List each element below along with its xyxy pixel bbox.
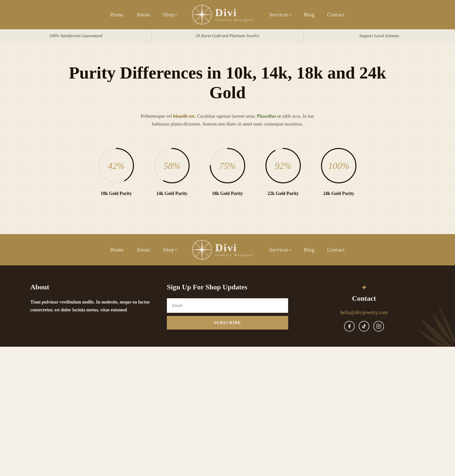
instagram-icon[interactable] [373, 321, 384, 332]
nav-right: Services ▾ Blog Contact [269, 12, 345, 18]
nav-home[interactable]: Home [110, 12, 124, 18]
nav-contact[interactable]: Contact [327, 12, 345, 18]
nav-left: Home About Shop ▾ [110, 12, 177, 18]
email-input[interactable] [167, 298, 288, 313]
svg-point-34 [201, 248, 203, 251]
circle-10k-svg: 42% [96, 145, 136, 186]
services-dropdown-icon: ▾ [290, 13, 291, 17]
page-title: Purity Differences in 10k, 14k, 18k and … [51, 63, 404, 102]
footer-nav-services[interactable]: Services ▾ [269, 247, 291, 253]
sparkle-icon: ✦ [303, 283, 425, 292]
nav-services-link[interactable]: Services [269, 12, 289, 18]
tiktok-icon[interactable] [359, 321, 369, 332]
svg-text:75%: 75% [219, 161, 236, 171]
circle-22k: 92% 22k Gold Parity [263, 145, 303, 196]
banner-item-1: 100% Satisfaction Guaranteed [0, 29, 152, 42]
svg-text:100%: 100% [328, 161, 349, 171]
banner-item-3: Support Local Artisans [304, 29, 455, 42]
subscribe-button[interactable]: Subscribe [167, 316, 288, 330]
main-description: Pellentesque vel blandit est. Curabitur … [133, 112, 322, 128]
logo-text: Divi Jewelry Designer [215, 7, 254, 22]
circle-18k: 75% 18k Gold Parity [207, 145, 248, 196]
banner-strip: 100% Satisfaction Guaranteed 24 Karat Go… [0, 29, 455, 43]
footer-logo-star-icon [192, 240, 212, 260]
highlight-phasellus: Phasellus [257, 113, 276, 119]
banner-item-2: 24 Karat Gold and Platinum Jewelry [152, 29, 303, 42]
footer-services-dropdown-icon: ▾ [290, 248, 291, 252]
nav-shop-link[interactable]: Shop [163, 12, 174, 18]
footer-logo-tagline: Jewelry Designer [215, 253, 254, 257]
footer-about-title: About [30, 283, 152, 291]
logo-star-icon [192, 5, 212, 25]
palm-decoration-icon [404, 296, 455, 347]
footer-signup-title: Sign Up For Shop Updates [167, 283, 288, 291]
circle-22k-svg: 92% [263, 145, 303, 186]
circle-24k-svg: 100% [318, 145, 359, 186]
circle-10k-label: 10k Gold Parity [101, 191, 132, 196]
footer-nav-shop-link[interactable]: Shop [163, 247, 174, 253]
svg-text:42%: 42% [108, 161, 125, 171]
logo-brand-name: Divi [215, 7, 254, 18]
nav-shop[interactable]: Shop ▾ [163, 12, 177, 18]
svg-text:58%: 58% [164, 161, 180, 171]
circle-24k-label: 24k Gold Parity [323, 191, 354, 196]
circle-14k-label: 14k Gold Parity [156, 191, 187, 196]
shop-dropdown-icon: ▾ [175, 13, 177, 17]
footer-nav-left: Home About Shop ▾ [110, 247, 177, 253]
highlight-blandit: blandit est [173, 113, 195, 119]
footer-nav-home[interactable]: Home [110, 247, 124, 253]
footer-shop-dropdown-icon: ▾ [175, 248, 177, 252]
circle-24k: 100% 24k Gold Parity [318, 145, 359, 196]
logo[interactable]: Divi Jewelry Designer [192, 5, 254, 25]
circle-10k: 42% 10k Gold Parity [96, 145, 136, 196]
footer-about-section: About Tiam pulvinar vestibulum mollis. I… [30, 283, 152, 332]
footer-signup-section: Sign Up For Shop Updates Subscribe [167, 283, 288, 332]
gold-purity-circles: 42% 10k Gold Parity 58% 14k Gold Parity … [51, 145, 404, 196]
circle-18k-label: 18k Gold Parity [212, 191, 243, 196]
svg-text:92%: 92% [275, 161, 291, 171]
circle-14k-svg: 58% [152, 145, 192, 186]
nav-about[interactable]: About [136, 12, 150, 18]
facebook-icon[interactable] [344, 321, 355, 332]
footer-about-bold-text: Tiam pulvinar vestibulum mollis. In mole… [30, 299, 150, 312]
footer-nav: Home About Shop ▾ Divi Jewelry Designer … [0, 234, 455, 265]
footer-about-text: Tiam pulvinar vestibulum mollis. In mole… [30, 298, 152, 314]
footer-nav-services-link[interactable]: Services [269, 247, 289, 253]
footer-dark: About Tiam pulvinar vestibulum mollis. I… [0, 265, 455, 347]
footer-nav-shop[interactable]: Shop ▾ [163, 247, 177, 253]
circle-22k-label: 22k Gold Parity [267, 191, 299, 196]
footer-logo[interactable]: Divi Jewelry Designer [192, 240, 254, 260]
svg-rect-35 [377, 324, 381, 329]
header: Home About Shop ▾ Divi Jewelry Designer … [0, 0, 455, 29]
footer-nav-contact[interactable]: Contact [327, 247, 345, 253]
nav-services[interactable]: Services ▾ [269, 12, 291, 18]
footer-nav-blog[interactable]: Blog [304, 247, 315, 253]
svg-point-9 [201, 13, 203, 16]
logo-tagline: Jewelry Designer [215, 18, 254, 22]
footer-logo-text: Divi Jewelry Designer [215, 242, 254, 257]
footer-nav-about[interactable]: About [136, 247, 150, 253]
main-content: Purity Differences in 10k, 14k, 18k and … [0, 43, 455, 234]
circle-18k-svg: 75% [207, 145, 248, 186]
footer-nav-right: Services ▾ Blog Contact [269, 247, 345, 253]
footer-logo-brand: Divi [215, 242, 254, 253]
circle-14k: 58% 14k Gold Parity [152, 145, 192, 196]
nav-blog[interactable]: Blog [304, 12, 315, 18]
